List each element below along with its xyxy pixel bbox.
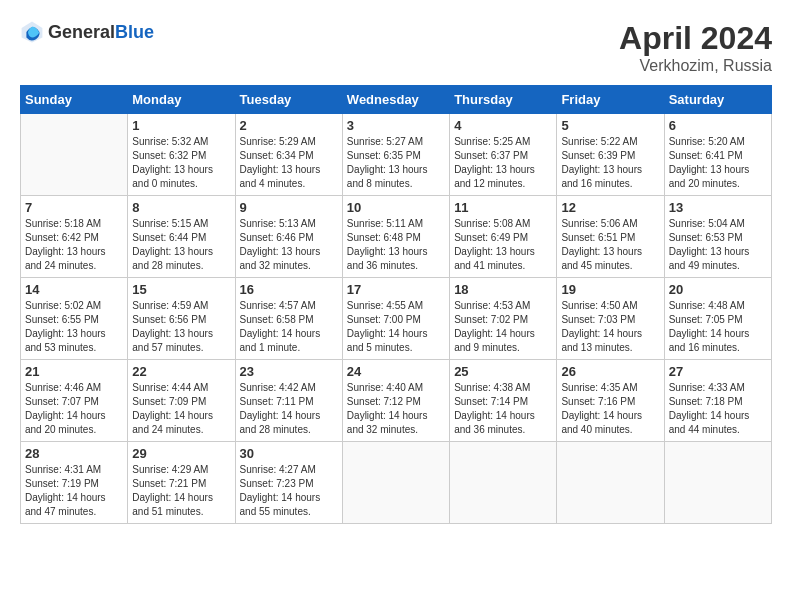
day-info: Sunrise: 4:38 AMSunset: 7:14 PMDaylight:… bbox=[454, 381, 552, 437]
table-row: 17Sunrise: 4:55 AMSunset: 7:00 PMDayligh… bbox=[342, 278, 449, 360]
col-friday: Friday bbox=[557, 86, 664, 114]
day-number: 6 bbox=[669, 118, 767, 133]
day-info: Sunrise: 4:50 AMSunset: 7:03 PMDaylight:… bbox=[561, 299, 659, 355]
table-row bbox=[450, 442, 557, 524]
col-monday: Monday bbox=[128, 86, 235, 114]
day-info: Sunrise: 4:33 AMSunset: 7:18 PMDaylight:… bbox=[669, 381, 767, 437]
table-row: 8Sunrise: 5:15 AMSunset: 6:44 PMDaylight… bbox=[128, 196, 235, 278]
table-row: 4Sunrise: 5:25 AMSunset: 6:37 PMDaylight… bbox=[450, 114, 557, 196]
table-row: 15Sunrise: 4:59 AMSunset: 6:56 PMDayligh… bbox=[128, 278, 235, 360]
table-row: 20Sunrise: 4:48 AMSunset: 7:05 PMDayligh… bbox=[664, 278, 771, 360]
day-info: Sunrise: 4:57 AMSunset: 6:58 PMDaylight:… bbox=[240, 299, 338, 355]
table-row: 18Sunrise: 4:53 AMSunset: 7:02 PMDayligh… bbox=[450, 278, 557, 360]
table-row: 21Sunrise: 4:46 AMSunset: 7:07 PMDayligh… bbox=[21, 360, 128, 442]
table-row: 16Sunrise: 4:57 AMSunset: 6:58 PMDayligh… bbox=[235, 278, 342, 360]
table-row: 29Sunrise: 4:29 AMSunset: 7:21 PMDayligh… bbox=[128, 442, 235, 524]
day-info: Sunrise: 5:32 AMSunset: 6:32 PMDaylight:… bbox=[132, 135, 230, 191]
page-header: GeneralBlue April 2024 Verkhozim, Russia bbox=[20, 20, 772, 75]
col-thursday: Thursday bbox=[450, 86, 557, 114]
day-number: 12 bbox=[561, 200, 659, 215]
calendar-week-row: 1Sunrise: 5:32 AMSunset: 6:32 PMDaylight… bbox=[21, 114, 772, 196]
day-info: Sunrise: 4:31 AMSunset: 7:19 PMDaylight:… bbox=[25, 463, 123, 519]
day-info: Sunrise: 5:04 AMSunset: 6:53 PMDaylight:… bbox=[669, 217, 767, 273]
day-number: 11 bbox=[454, 200, 552, 215]
day-number: 2 bbox=[240, 118, 338, 133]
calendar-week-row: 14Sunrise: 5:02 AMSunset: 6:55 PMDayligh… bbox=[21, 278, 772, 360]
day-number: 25 bbox=[454, 364, 552, 379]
day-number: 3 bbox=[347, 118, 445, 133]
day-info: Sunrise: 4:29 AMSunset: 7:21 PMDaylight:… bbox=[132, 463, 230, 519]
day-number: 5 bbox=[561, 118, 659, 133]
col-saturday: Saturday bbox=[664, 86, 771, 114]
day-info: Sunrise: 4:42 AMSunset: 7:11 PMDaylight:… bbox=[240, 381, 338, 437]
day-info: Sunrise: 5:25 AMSunset: 6:37 PMDaylight:… bbox=[454, 135, 552, 191]
logo: GeneralBlue bbox=[20, 20, 154, 44]
logo-general: General bbox=[48, 22, 115, 42]
logo-text: GeneralBlue bbox=[48, 22, 154, 43]
table-row bbox=[557, 442, 664, 524]
table-row: 22Sunrise: 4:44 AMSunset: 7:09 PMDayligh… bbox=[128, 360, 235, 442]
day-number: 18 bbox=[454, 282, 552, 297]
day-number: 19 bbox=[561, 282, 659, 297]
day-number: 20 bbox=[669, 282, 767, 297]
table-row: 6Sunrise: 5:20 AMSunset: 6:41 PMDaylight… bbox=[664, 114, 771, 196]
day-number: 10 bbox=[347, 200, 445, 215]
day-info: Sunrise: 5:02 AMSunset: 6:55 PMDaylight:… bbox=[25, 299, 123, 355]
day-number: 8 bbox=[132, 200, 230, 215]
day-info: Sunrise: 5:27 AMSunset: 6:35 PMDaylight:… bbox=[347, 135, 445, 191]
day-number: 27 bbox=[669, 364, 767, 379]
day-info: Sunrise: 5:08 AMSunset: 6:49 PMDaylight:… bbox=[454, 217, 552, 273]
day-number: 30 bbox=[240, 446, 338, 461]
table-row: 5Sunrise: 5:22 AMSunset: 6:39 PMDaylight… bbox=[557, 114, 664, 196]
day-info: Sunrise: 4:53 AMSunset: 7:02 PMDaylight:… bbox=[454, 299, 552, 355]
month-title: April 2024 bbox=[619, 20, 772, 57]
day-number: 16 bbox=[240, 282, 338, 297]
day-number: 23 bbox=[240, 364, 338, 379]
table-row: 24Sunrise: 4:40 AMSunset: 7:12 PMDayligh… bbox=[342, 360, 449, 442]
day-number: 13 bbox=[669, 200, 767, 215]
day-info: Sunrise: 4:40 AMSunset: 7:12 PMDaylight:… bbox=[347, 381, 445, 437]
col-tuesday: Tuesday bbox=[235, 86, 342, 114]
day-info: Sunrise: 4:59 AMSunset: 6:56 PMDaylight:… bbox=[132, 299, 230, 355]
location-subtitle: Verkhozim, Russia bbox=[619, 57, 772, 75]
day-number: 17 bbox=[347, 282, 445, 297]
calendar-header-row: Sunday Monday Tuesday Wednesday Thursday… bbox=[21, 86, 772, 114]
table-row: 2Sunrise: 5:29 AMSunset: 6:34 PMDaylight… bbox=[235, 114, 342, 196]
day-info: Sunrise: 5:13 AMSunset: 6:46 PMDaylight:… bbox=[240, 217, 338, 273]
col-sunday: Sunday bbox=[21, 86, 128, 114]
table-row: 30Sunrise: 4:27 AMSunset: 7:23 PMDayligh… bbox=[235, 442, 342, 524]
table-row: 19Sunrise: 4:50 AMSunset: 7:03 PMDayligh… bbox=[557, 278, 664, 360]
table-row: 26Sunrise: 4:35 AMSunset: 7:16 PMDayligh… bbox=[557, 360, 664, 442]
table-row: 12Sunrise: 5:06 AMSunset: 6:51 PMDayligh… bbox=[557, 196, 664, 278]
logo-blue: Blue bbox=[115, 22, 154, 42]
table-row bbox=[342, 442, 449, 524]
col-wednesday: Wednesday bbox=[342, 86, 449, 114]
day-number: 26 bbox=[561, 364, 659, 379]
day-number: 4 bbox=[454, 118, 552, 133]
day-info: Sunrise: 4:55 AMSunset: 7:00 PMDaylight:… bbox=[347, 299, 445, 355]
day-number: 1 bbox=[132, 118, 230, 133]
table-row: 14Sunrise: 5:02 AMSunset: 6:55 PMDayligh… bbox=[21, 278, 128, 360]
table-row: 13Sunrise: 5:04 AMSunset: 6:53 PMDayligh… bbox=[664, 196, 771, 278]
table-row: 23Sunrise: 4:42 AMSunset: 7:11 PMDayligh… bbox=[235, 360, 342, 442]
table-row: 27Sunrise: 4:33 AMSunset: 7:18 PMDayligh… bbox=[664, 360, 771, 442]
table-row bbox=[21, 114, 128, 196]
day-number: 21 bbox=[25, 364, 123, 379]
table-row: 11Sunrise: 5:08 AMSunset: 6:49 PMDayligh… bbox=[450, 196, 557, 278]
day-info: Sunrise: 4:35 AMSunset: 7:16 PMDaylight:… bbox=[561, 381, 659, 437]
table-row: 28Sunrise: 4:31 AMSunset: 7:19 PMDayligh… bbox=[21, 442, 128, 524]
calendar-week-row: 7Sunrise: 5:18 AMSunset: 6:42 PMDaylight… bbox=[21, 196, 772, 278]
table-row: 9Sunrise: 5:13 AMSunset: 6:46 PMDaylight… bbox=[235, 196, 342, 278]
day-number: 14 bbox=[25, 282, 123, 297]
table-row bbox=[664, 442, 771, 524]
day-number: 24 bbox=[347, 364, 445, 379]
calendar-week-row: 21Sunrise: 4:46 AMSunset: 7:07 PMDayligh… bbox=[21, 360, 772, 442]
title-area: April 2024 Verkhozim, Russia bbox=[619, 20, 772, 75]
day-info: Sunrise: 5:15 AMSunset: 6:44 PMDaylight:… bbox=[132, 217, 230, 273]
table-row: 1Sunrise: 5:32 AMSunset: 6:32 PMDaylight… bbox=[128, 114, 235, 196]
table-row: 3Sunrise: 5:27 AMSunset: 6:35 PMDaylight… bbox=[342, 114, 449, 196]
day-number: 9 bbox=[240, 200, 338, 215]
day-info: Sunrise: 5:11 AMSunset: 6:48 PMDaylight:… bbox=[347, 217, 445, 273]
day-number: 15 bbox=[132, 282, 230, 297]
table-row: 25Sunrise: 4:38 AMSunset: 7:14 PMDayligh… bbox=[450, 360, 557, 442]
